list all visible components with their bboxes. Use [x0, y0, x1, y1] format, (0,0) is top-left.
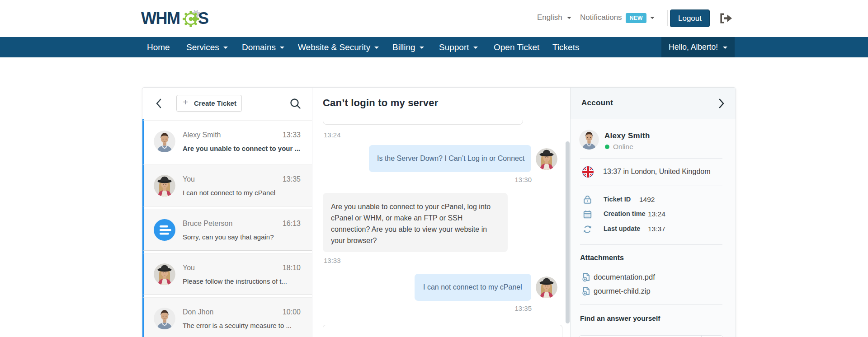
svg-text:WHM: WHM [141, 9, 179, 28]
svg-text:S: S [198, 9, 208, 28]
